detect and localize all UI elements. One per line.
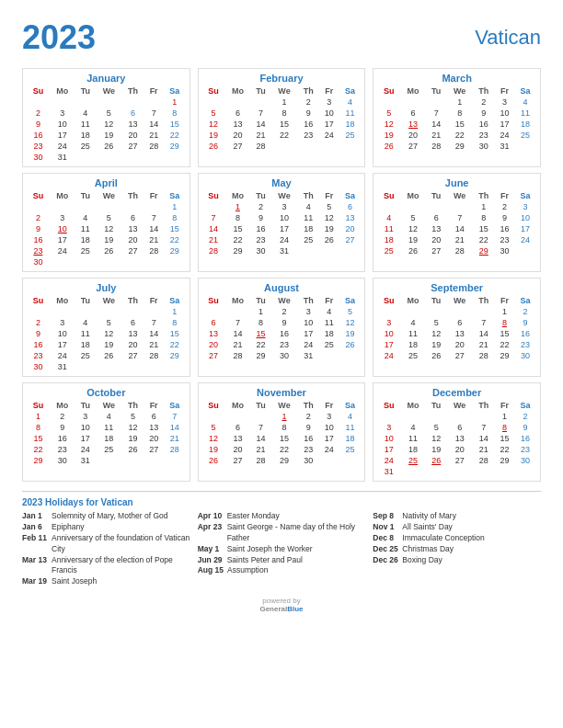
month-name: March [377,73,536,84]
cal-day: 8 [164,212,186,223]
cal-day [297,141,319,152]
cal-day [144,97,164,108]
month-name: October [27,387,186,398]
cal-day: 8 [164,317,186,328]
cal-day: 4 [319,306,339,317]
cal-day [446,466,473,477]
cal-day: 1 [446,97,473,108]
cal-day: 30 [473,141,495,152]
cal-day: 18 [319,328,339,339]
cal-day: 29 [495,455,515,466]
cal-day: 26 [96,350,122,361]
cal-day [339,141,362,152]
cal-day [224,306,250,317]
cal-day [400,201,426,212]
cal-day: 6 [446,422,473,433]
cal-day [446,411,473,422]
cal-day: 28 [144,350,164,361]
cal-day [446,306,473,317]
cal-day: 7 [250,422,270,433]
cal-day: 29 [224,245,250,256]
cal-day: 17 [50,130,75,141]
cal-day: 5 [400,212,426,223]
cal-day: 6 [400,108,426,119]
month-name: November [202,387,362,398]
cal-day: 21 [202,234,225,245]
cal-day: 4 [339,411,362,422]
cal-day: 10 [297,317,319,328]
cal-day [27,306,50,317]
cal-day: 23 [27,350,50,361]
cal-day: 6 [144,411,164,422]
cal-day: 2 [50,411,75,422]
cal-day: 10 [50,328,75,339]
cal-day [50,97,75,108]
holiday-entry: Dec 8Immaculate Conception [373,533,541,544]
cal-day: 24 [319,130,339,141]
cal-day: 20 [339,223,362,234]
holiday-name: Immaculate Conception [402,533,484,544]
cal-day: 29 [495,350,515,361]
holiday-name: Anniversary of the foundation of Vatican… [52,533,190,555]
cal-day [144,201,164,212]
cal-day: 2 [514,306,536,317]
holiday-date: Apr 23 [198,522,224,533]
cal-day: 9 [27,328,50,339]
cal-day [96,256,122,267]
cal-day: 8 [495,317,515,328]
cal-day: 17 [319,433,339,444]
cal-day: 10 [319,422,339,433]
cal-day: 29 [271,455,298,466]
cal-day: 11 [75,223,96,234]
month-name: December [377,387,536,398]
cal-day: 6 [224,422,250,433]
cal-day: 27 [400,141,426,152]
cal-day: 8 [224,212,250,223]
cal-day: 13 [122,328,144,339]
cal-day [50,201,75,212]
holiday-entry: Nov 1All Saints' Day [373,522,541,533]
holiday-name: All Saints' Day [402,522,453,533]
cal-day: 2 [27,317,50,328]
cal-day: 13 [122,119,144,130]
calendars-grid: JanuarySuMoTuWeThFrSa1234567891011121314… [22,68,541,482]
cal-day: 20 [122,339,144,350]
cal-day: 17 [377,339,400,350]
cal-day: 12 [96,223,122,234]
cal-day: 14 [250,433,270,444]
month-name: January [27,73,186,84]
cal-day: 16 [514,328,536,339]
cal-day: 25 [96,444,122,455]
cal-day: 15 [473,223,495,234]
cal-day: 21 [164,433,186,444]
cal-day: 17 [514,223,536,234]
cal-day [122,306,144,317]
cal-day [122,361,144,372]
month-name: April [27,177,186,188]
cal-day: 25 [377,245,400,256]
cal-day [50,256,75,267]
holiday-name: Anniversary of the election of Pope Fran… [52,555,190,577]
cal-day: 25 [400,350,426,361]
cal-day: 13 [400,119,426,130]
cal-day [75,361,96,372]
cal-day: 24 [377,350,400,361]
holiday-entry: Aug 15Assumption [198,565,366,576]
cal-day: 16 [473,119,495,130]
cal-table: SuMoTuWeThFrSa12345678910111213141516171… [202,295,362,361]
cal-day: 23 [495,234,515,245]
cal-table: SuMoTuWeThFrSa12345678910111213141516171… [377,85,536,152]
cal-day [514,141,536,152]
cal-day: 7 [144,212,164,223]
cal-day: 27 [122,350,144,361]
cal-day [473,306,495,317]
cal-day: 20 [224,130,250,141]
cal-day [224,411,250,422]
cal-day: 3 [50,108,75,119]
cal-day: 3 [495,97,515,108]
cal-day: 27 [426,245,446,256]
cal-day: 17 [75,433,96,444]
cal-day: 20 [224,444,250,455]
cal-day [144,455,164,466]
cal-day: 24 [514,234,536,245]
